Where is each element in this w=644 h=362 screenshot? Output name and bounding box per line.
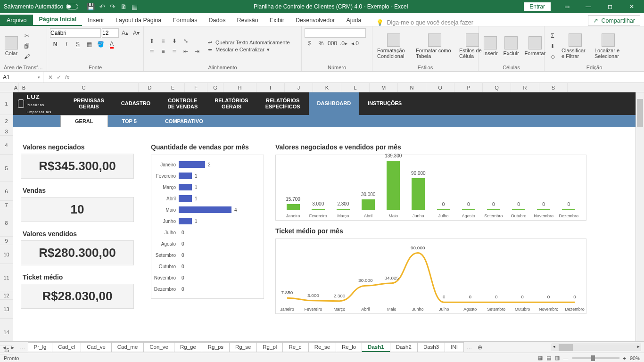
format-cells-button[interactable]: Formatar bbox=[523, 35, 548, 57]
column-header[interactable]: G bbox=[207, 83, 223, 92]
tab-data[interactable]: Dados bbox=[203, 15, 231, 26]
row-header[interactable]: 14 bbox=[0, 319, 13, 346]
tab-more2-icon[interactable]: … bbox=[464, 345, 475, 350]
vertical-scrollbar[interactable] bbox=[636, 92, 644, 341]
column-header[interactable]: E bbox=[161, 83, 185, 92]
zoom-in-icon[interactable]: + bbox=[623, 355, 626, 361]
maximize-icon[interactable]: ◻ bbox=[600, 0, 620, 13]
redo-icon[interactable]: ↷ bbox=[110, 3, 116, 10]
qat-icon-1[interactable]: 🗎 bbox=[120, 3, 127, 10]
font-size-input[interactable] bbox=[102, 28, 119, 38]
indent-dec-icon[interactable]: ⇤ bbox=[181, 47, 191, 56]
share-button[interactable]: ↗ Compartilhar bbox=[588, 15, 640, 26]
sheet-tab[interactable]: Dash1 bbox=[362, 342, 390, 352]
sheet-tab[interactable]: Con_ve bbox=[143, 342, 174, 352]
sheet-tab[interactable]: Pr_lg bbox=[28, 342, 53, 352]
paste-button[interactable]: Colar bbox=[3, 35, 20, 57]
dec-decimal-icon[interactable]: ◂.0 bbox=[350, 39, 360, 48]
new-sheet-icon[interactable]: ⊕ bbox=[475, 344, 485, 351]
tab-layout[interactable]: Layout da Página bbox=[110, 15, 167, 26]
column-header[interactable]: P bbox=[454, 83, 483, 92]
qat-icon-2[interactable]: ▦ bbox=[132, 3, 138, 10]
sheet-tab[interactable]: Cad_me bbox=[111, 342, 144, 352]
fx-icon[interactable]: fx bbox=[65, 74, 69, 81]
conditional-format-button[interactable]: Formatação Condicional bbox=[375, 33, 412, 60]
insert-cells-button[interactable]: Inserir bbox=[481, 35, 500, 57]
comma-icon[interactable]: 000 bbox=[327, 39, 338, 48]
column-header[interactable]: S bbox=[539, 83, 568, 92]
zoom-level[interactable]: 90% bbox=[630, 355, 640, 361]
bold-icon[interactable]: N bbox=[50, 40, 60, 49]
row-header[interactable]: 3 bbox=[0, 127, 13, 136]
column-headers[interactable]: ABCDEFGHIJKLMNOPQRS bbox=[0, 83, 644, 92]
row-header[interactable]: 6 bbox=[0, 182, 13, 201]
sheet-tab[interactable]: Rg_ge bbox=[174, 342, 202, 352]
column-header[interactable]: M bbox=[370, 83, 398, 92]
sheet-tab[interactable]: Re_lo bbox=[336, 342, 362, 352]
row-header[interactable]: 1 bbox=[0, 92, 13, 115]
row-header[interactable]: 4 bbox=[0, 136, 13, 155]
autosum-icon[interactable]: Σ bbox=[547, 31, 558, 41]
orientation-icon[interactable]: ⤡ bbox=[181, 36, 191, 46]
column-header[interactable]: D bbox=[139, 83, 161, 92]
column-header[interactable]: I bbox=[256, 83, 285, 92]
row-header[interactable]: 8 bbox=[0, 209, 13, 237]
row-header[interactable]: 11 bbox=[0, 264, 13, 291]
column-header[interactable]: J bbox=[285, 83, 313, 92]
sheet-tab[interactable]: Re_se bbox=[308, 342, 336, 352]
currency-icon[interactable]: $ bbox=[305, 39, 315, 48]
inc-decimal-icon[interactable]: .0▸ bbox=[339, 39, 349, 48]
align-center-icon[interactable]: ≡ bbox=[158, 47, 168, 56]
delete-cells-button[interactable]: Excluir bbox=[502, 35, 521, 57]
italic-icon[interactable]: I bbox=[61, 40, 72, 49]
row-header[interactable]: 7 bbox=[0, 201, 13, 209]
horizontal-scrollbar[interactable]: ◂▸ bbox=[552, 344, 641, 351]
sheet-tab[interactable]: INI bbox=[445, 342, 464, 352]
sheet-tab[interactable]: Rg_se bbox=[229, 342, 257, 352]
sheet-tab[interactable]: Re_cl bbox=[282, 342, 308, 352]
row-header[interactable]: 12 bbox=[0, 291, 13, 300]
view-normal-icon[interactable]: ▦ bbox=[538, 355, 543, 361]
column-header[interactable]: B bbox=[19, 83, 29, 92]
column-header[interactable]: Q bbox=[483, 83, 511, 92]
sheet-tab[interactable]: Dash3 bbox=[417, 342, 445, 352]
dashnav-item[interactable]: DASHBOARD bbox=[309, 92, 360, 115]
border-icon[interactable]: ▦ bbox=[84, 40, 94, 49]
font-name-input[interactable] bbox=[50, 28, 101, 38]
tab-developer[interactable]: Desenvolvedor bbox=[290, 15, 340, 26]
sheet-tab[interactable]: Cad_ve bbox=[81, 342, 112, 352]
fill-icon[interactable]: ⬇ bbox=[547, 41, 558, 51]
zoom-slider[interactable] bbox=[572, 357, 619, 359]
view-break-icon[interactable]: ▥ bbox=[555, 355, 560, 361]
column-header[interactable]: A bbox=[13, 83, 19, 92]
fill-color-icon[interactable]: 🪣 bbox=[95, 40, 106, 49]
indent-inc-icon[interactable]: ⇥ bbox=[192, 47, 202, 56]
dashnav-item[interactable]: INSTRUÇÕES bbox=[359, 100, 410, 107]
tab-view[interactable]: Exibir bbox=[264, 15, 290, 26]
underline-icon[interactable]: S bbox=[73, 40, 83, 49]
enter-formula-icon[interactable]: ✓ bbox=[57, 74, 61, 81]
number-format-select[interactable] bbox=[305, 28, 366, 38]
column-header[interactable]: R bbox=[511, 83, 539, 92]
percent-icon[interactable]: % bbox=[316, 39, 326, 48]
select-all-corner[interactable] bbox=[0, 83, 13, 92]
save-icon[interactable]: 💾 bbox=[87, 3, 95, 10]
column-header[interactable]: H bbox=[223, 83, 256, 92]
clear-icon[interactable]: ◇ bbox=[547, 52, 558, 61]
copy-icon[interactable]: 🗐 bbox=[22, 41, 32, 51]
autosave-toggle[interactable] bbox=[66, 4, 78, 9]
column-header[interactable]: K bbox=[313, 83, 341, 92]
row-header[interactable]: 15 bbox=[0, 346, 13, 354]
align-right-icon[interactable]: ≣ bbox=[169, 47, 180, 56]
column-header[interactable]: O bbox=[426, 83, 454, 92]
tab-review[interactable]: Revisão bbox=[231, 15, 264, 26]
row-headers[interactable]: 123456789101112131415 bbox=[0, 92, 13, 341]
format-painter-icon[interactable]: 🖌 bbox=[22, 52, 32, 61]
zoom-out-icon[interactable]: — bbox=[563, 355, 569, 361]
undo-icon[interactable]: ↶ bbox=[99, 3, 105, 10]
minimize-icon[interactable]: — bbox=[578, 0, 599, 13]
subnav-item[interactable]: TOP 5 bbox=[108, 115, 151, 127]
sheet-tab[interactable]: Cad_cl bbox=[52, 342, 81, 352]
dashnav-item[interactable]: CADASTRO bbox=[113, 100, 159, 107]
wrap-text-button[interactable]: ↩ Quebrar Texto Automaticamente bbox=[208, 40, 290, 46]
